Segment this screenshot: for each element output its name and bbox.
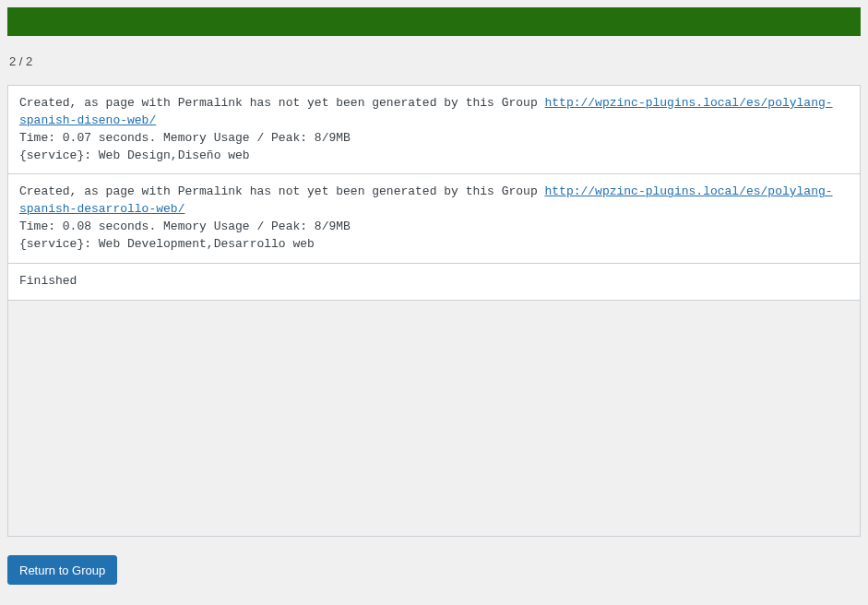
- progress-counter: 2 / 2: [9, 54, 861, 68]
- log-time-line: Time: 0.08 seconds. Memory Usage / Peak:…: [19, 219, 849, 236]
- log-message-prefix: Created, as page with Permalink has not …: [19, 184, 545, 198]
- log-finished-entry: Finished: [8, 264, 860, 301]
- log-entry: Created, as page with Permalink has not …: [8, 174, 860, 263]
- log-time-line: Time: 0.07 seconds. Memory Usage / Peak:…: [19, 130, 849, 148]
- log-service-line: {service}: Web Design,Diseño web: [19, 148, 849, 165]
- progress-bar: [7, 7, 861, 36]
- log-container[interactable]: Created, as page with Permalink has not …: [7, 85, 861, 537]
- log-finished-text: Finished: [19, 273, 849, 291]
- log-entry: Created, as page with Permalink has not …: [8, 86, 860, 174]
- return-to-group-button[interactable]: Return to Group: [7, 555, 117, 585]
- log-empty-area: [8, 301, 860, 537]
- log-message-prefix: Created, as page with Permalink has not …: [19, 96, 545, 110]
- log-service-line: {service}: Web Development,Desarrollo we…: [19, 236, 849, 254]
